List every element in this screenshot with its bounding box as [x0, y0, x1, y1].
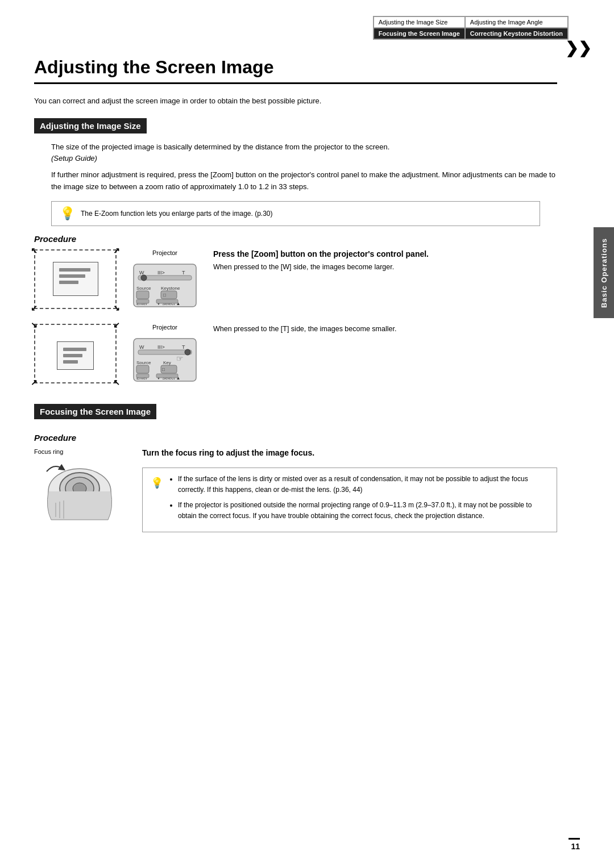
bottom-rule: [569, 838, 580, 840]
section-focusing-screen-image: Focusing the Screen Image Procedure Focu…: [34, 404, 557, 533]
svg-rect-24: [136, 365, 149, 373]
tip-list: If the surface of the lens is dirty or m…: [178, 474, 549, 527]
corner-arrow-bl: ↙: [31, 303, 38, 312]
focus-diagram: Focus ring: [34, 448, 131, 522]
diagram-inner-2: [57, 341, 94, 370]
step2-text: When pressed to the [T] side, the images…: [213, 324, 557, 335]
tip-bullet-row: 💡 If the surface of the lens is dirty or…: [151, 474, 549, 527]
focus-step-title: Turn the focus ring to adjust the image …: [142, 448, 557, 457]
svg-text:III>: III>: [157, 344, 165, 350]
page-title: Adjusting the Screen Image: [34, 57, 557, 84]
diagram-image-smaller: ↘ ↙ ↗ ↖: [34, 324, 117, 383]
focus-ring-svg: [34, 457, 125, 531]
side-tab-label: Basic Operations: [600, 238, 608, 308]
top-nav: Adjusting the Image Size Adjusting the I…: [373, 16, 569, 40]
svg-text:Source: Source: [136, 286, 151, 291]
svg-text:□: □: [162, 367, 165, 372]
line2: [59, 274, 85, 278]
page-container: Adjusting the Image Size Adjusting the I…: [0, 0, 614, 868]
procedure-row-1: ↖ ↗ ↙ ↘ Projector: [34, 249, 557, 312]
diagram-image-larger: ↖ ↗ ↙ ↘: [34, 249, 117, 309]
section2-title: Focusing the Screen Image: [34, 404, 156, 419]
nav-cell-2[interactable]: Adjusting the Image Angle: [465, 16, 568, 28]
diagram-inner-1: [53, 262, 98, 296]
tip-item-1: If the surface of the lens is dirty or m…: [178, 474, 549, 495]
diagram-lines-1: [59, 268, 92, 287]
svg-text:Key: Key: [163, 360, 171, 365]
step1-title: Press the [Zoom] button on the projector…: [213, 249, 557, 258]
line1: [59, 268, 90, 272]
step2-body: When pressed to the [T] side, the images…: [213, 324, 557, 335]
procedure-row-2: ↘ ↙ ↗ ↖ Projector: [34, 324, 557, 387]
projector-control-svg-1: W III> T Source Keystone: [128, 258, 202, 312]
svg-point-5: [141, 275, 147, 281]
tip-lightbulb-icon-2: 💡: [151, 475, 163, 491]
nav-cell-1[interactable]: Adjusting the Image Size: [374, 16, 465, 28]
nav-cell-3[interactable]: Focusing the Screen Image: [374, 28, 465, 39]
svg-rect-29: [136, 374, 149, 378]
focusing-procedure-row: Focus ring: [34, 448, 557, 533]
line3: [59, 281, 79, 284]
section1-title: Adjusting the Image Size: [34, 118, 147, 133]
svg-text:☞: ☞: [176, 354, 184, 363]
line4: [63, 348, 86, 351]
nav-cell-4[interactable]: Correcting Keystone Distortion: [465, 28, 568, 39]
svg-text:□: □: [163, 293, 166, 298]
svg-text:Source: Source: [136, 360, 151, 365]
projector-label-2: Projector: [152, 324, 177, 331]
projector-panel-2: Projector W III> T ☞: [128, 324, 202, 387]
svg-text:W: W: [139, 344, 144, 350]
page-arrow-icon: ❯❯: [565, 39, 591, 57]
svg-text:T: T: [182, 270, 185, 276]
tip-item-2: If the projector is positioned outside t…: [178, 500, 549, 521]
corner-arrow-tr: ↗: [113, 246, 120, 255]
projector-label-1: Projector: [152, 249, 177, 256]
corner-arrow-br-2: ↖: [113, 378, 120, 387]
tip-lightbulb-icon: 💡: [60, 206, 75, 221]
svg-text:III>: III>: [157, 270, 165, 276]
corner-arrow-br: ↘: [113, 303, 120, 312]
procedure-label-1: Procedure: [34, 234, 557, 244]
section1-body1: The size of the projected image is basic…: [51, 141, 557, 165]
page-number: 11: [571, 842, 580, 851]
corner-arrow-tl-2: ↘: [31, 320, 38, 329]
svg-text:Keystone: Keystone: [161, 286, 180, 291]
line6: [63, 360, 78, 364]
line5: [63, 354, 82, 357]
corner-arrow-tr-2: ↙: [113, 320, 120, 329]
corner-arrow-tl: ↖: [31, 246, 38, 255]
diagram-lines-2: [63, 348, 88, 366]
svg-text:T: T: [182, 344, 185, 350]
projector-panel-1: Projector W III> T Source: [128, 249, 202, 312]
tip-bullet-box: 💡 If the surface of the lens is dirty or…: [142, 468, 557, 533]
svg-rect-8: [136, 291, 149, 299]
step1-text: Press the [Zoom] button on the projector…: [213, 249, 557, 273]
section1-body2: If further minor adjustment is required,…: [51, 169, 557, 193]
corner-arrow-bl-2: ↗: [31, 378, 38, 387]
tip-box-1: 💡 The E-Zoom function lets you enlarge p…: [51, 201, 540, 226]
projector-control-svg-2: W III> T ☞ Source Key: [128, 333, 202, 387]
side-tab: Basic Operations: [594, 227, 614, 318]
procedure-label-2: Procedure: [34, 433, 557, 443]
svg-point-20: [185, 349, 190, 355]
svg-text:W: W: [139, 270, 144, 276]
section-adjusting-image-size: Adjusting the Image Size The size of the…: [34, 118, 557, 387]
svg-rect-30: [156, 374, 178, 378]
svg-rect-13: [136, 299, 149, 303]
tip-text-1: The E-Zoom function lets you enlarge par…: [81, 210, 273, 218]
focus-step-content: Turn the focus ring to adjust the image …: [142, 448, 557, 533]
svg-rect-14: [156, 299, 178, 303]
step1-body: When pressed to the [W] side, the images…: [213, 262, 557, 273]
intro-text: You can correct and adjust the screen im…: [34, 95, 557, 107]
main-content: Adjusting the Screen Image You can corre…: [34, 57, 557, 544]
focus-ring-label: Focus ring: [34, 448, 131, 455]
